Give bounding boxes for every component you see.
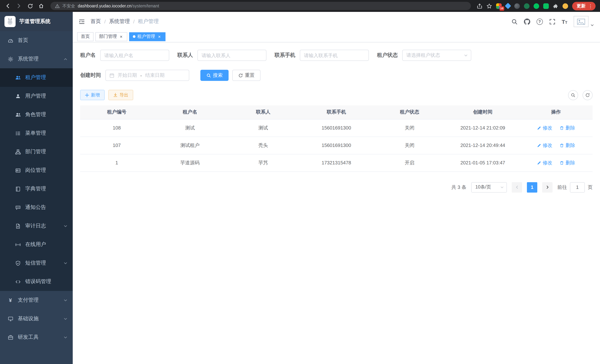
- reset-button[interactable]: 重置: [232, 70, 261, 81]
- goto-label: 前往: [557, 184, 567, 191]
- app-logo[interactable]: 芋道管理系统: [0, 12, 73, 31]
- forward-button[interactable]: [14, 1, 24, 11]
- sidebar-toggle-button[interactable]: [79, 18, 85, 25]
- tab-home[interactable]: 首页: [77, 32, 94, 41]
- fullscreen-button[interactable]: [549, 18, 555, 25]
- refresh-icon: [27, 3, 33, 9]
- field-label: 租户状态: [377, 52, 398, 59]
- avatar: [574, 16, 589, 27]
- table-toolbar: 新增 导出: [80, 90, 593, 100]
- sidebar-item-payment[interactable]: ¥ 支付管理: [0, 291, 73, 309]
- back-button[interactable]: [3, 1, 13, 11]
- browser-update-button[interactable]: 更新 ⋮: [572, 2, 596, 10]
- delete-link[interactable]: 删除: [560, 124, 575, 131]
- sidebar-item-errcode[interactable]: 错误码管理: [0, 272, 73, 291]
- tab-tenant[interactable]: 租户管理 ×: [129, 32, 166, 41]
- sidebar-item-label: 用户管理: [25, 93, 46, 99]
- column-header: 联系手机: [300, 105, 373, 119]
- chevron-down-icon: [500, 185, 504, 189]
- roles-icon: [15, 112, 21, 117]
- contact-input[interactable]: [197, 50, 266, 61]
- field-label: 租户名: [80, 52, 96, 59]
- sidebar-item-dict[interactable]: 字典管理: [0, 180, 73, 198]
- breadcrumb-home[interactable]: 首页: [91, 18, 101, 25]
- address-bar[interactable]: 不安全 dashboard.yudao.iocoder.cn/system/te…: [50, 2, 471, 10]
- tab-dept[interactable]: 部门管理 ×: [95, 32, 127, 41]
- sidebar-item-user[interactable]: 用户管理: [0, 87, 73, 105]
- toggle-search-button[interactable]: [568, 90, 578, 100]
- extensions-menu-button[interactable]: [553, 3, 558, 9]
- header-search-button[interactable]: [511, 18, 517, 25]
- help-button[interactable]: ?: [536, 18, 543, 25]
- profile-avatar[interactable]: [562, 3, 568, 9]
- edit-link[interactable]: 修改: [537, 159, 552, 166]
- page-size-select[interactable]: 10条/页: [471, 182, 507, 192]
- sidebar-item-menu[interactable]: 菜单管理: [0, 124, 73, 142]
- sidebar-item-dept[interactable]: 部门管理: [0, 142, 73, 161]
- cell-name: 测试: [153, 119, 227, 137]
- sidebar-item-online-user[interactable]: 在线用户: [0, 235, 73, 254]
- home-button[interactable]: [36, 1, 46, 11]
- sidebar-item-notice[interactable]: 通知公告: [0, 198, 73, 217]
- list-icon: [15, 131, 21, 136]
- people-icon: [15, 75, 21, 80]
- refresh-button[interactable]: [25, 1, 35, 11]
- edit-link[interactable]: 修改: [537, 142, 552, 149]
- sidebar-item-audit-log[interactable]: 审计日志: [0, 217, 73, 235]
- page-number-current[interactable]: 1: [527, 182, 537, 192]
- export-button[interactable]: 导出: [108, 90, 133, 100]
- extension-globe-icon[interactable]: [514, 3, 520, 9]
- table-row: 1 芋道源码 芋艿 17321315478 开启 2021-01-05 17:0…: [80, 154, 593, 171]
- add-button[interactable]: 新增: [80, 90, 105, 100]
- refresh-table-button[interactable]: [582, 90, 593, 100]
- next-page-button[interactable]: [542, 182, 553, 192]
- share-button[interactable]: [477, 3, 482, 9]
- delete-link[interactable]: 删除: [560, 142, 575, 149]
- bookmark-button[interactable]: [487, 3, 492, 9]
- sidebar-item-role[interactable]: 角色管理: [0, 105, 73, 124]
- app-title: 芋道管理系统: [19, 18, 50, 25]
- sidebar-item-post[interactable]: 岗位管理: [0, 161, 73, 180]
- edit-link[interactable]: 修改: [537, 124, 552, 131]
- goto-page-input[interactable]: [570, 182, 585, 192]
- chevron-down-icon: [64, 261, 67, 265]
- date-range-picker[interactable]: 开始日期 - 结束日期: [105, 70, 189, 81]
- sidebar-submenu-system: 租户管理 用户管理 角色管理 菜单管理: [0, 68, 73, 291]
- extension-wechat-icon[interactable]: [543, 3, 549, 9]
- search-icon: [511, 18, 517, 25]
- end-date-placeholder: 结束日期: [145, 72, 165, 79]
- sidebar-item-label: 审计日志: [25, 223, 46, 229]
- breadcrumb-system[interactable]: 系统管理: [109, 18, 130, 25]
- extension-blue-icon[interactable]: [505, 3, 511, 9]
- delete-link[interactable]: 删除: [560, 159, 575, 166]
- filter-mobile: 联系手机: [275, 50, 369, 61]
- gear-icon: [7, 56, 13, 62]
- topbar: 首页 / 系统管理 / 租户管理 ?: [73, 12, 600, 31]
- extension-password-icon[interactable]: 10: [496, 3, 502, 9]
- status-select[interactable]: 请选择租户状态: [402, 50, 471, 61]
- document-icon: [15, 223, 21, 229]
- github-button[interactable]: [524, 18, 530, 25]
- sidebar-item-infrastructure[interactable]: 基础设施: [0, 309, 73, 328]
- mobile-input[interactable]: [300, 50, 369, 61]
- sidebar-item-system[interactable]: 系统管理: [0, 50, 73, 68]
- total-count: 共 3 条: [451, 184, 466, 191]
- close-icon[interactable]: ×: [157, 34, 162, 39]
- sidebar-item-sms[interactable]: 短信管理: [0, 254, 73, 272]
- font-size-button[interactable]: TT: [562, 19, 567, 24]
- search-button[interactable]: 搜索: [200, 70, 229, 81]
- sidebar-item-label: 在线用户: [25, 241, 46, 248]
- close-icon[interactable]: ×: [119, 34, 123, 39]
- prev-page-button[interactable]: [512, 182, 522, 192]
- sidebar-item-tenant[interactable]: 租户管理: [0, 68, 73, 87]
- extension-green-dark-icon[interactable]: [524, 3, 529, 9]
- user-menu[interactable]: [574, 16, 594, 27]
- extension-yuque-icon[interactable]: [534, 3, 539, 9]
- sidebar-item-home[interactable]: 首页: [0, 31, 73, 50]
- chevron-down-icon: [64, 317, 67, 321]
- browser-menu-icon[interactable]: ⋮: [588, 3, 593, 9]
- chevron-down-icon: [590, 23, 594, 27]
- shield-icon: [15, 260, 21, 266]
- sidebar-item-devtools[interactable]: 研发工具: [0, 328, 73, 346]
- tenant-name-input[interactable]: [100, 50, 169, 61]
